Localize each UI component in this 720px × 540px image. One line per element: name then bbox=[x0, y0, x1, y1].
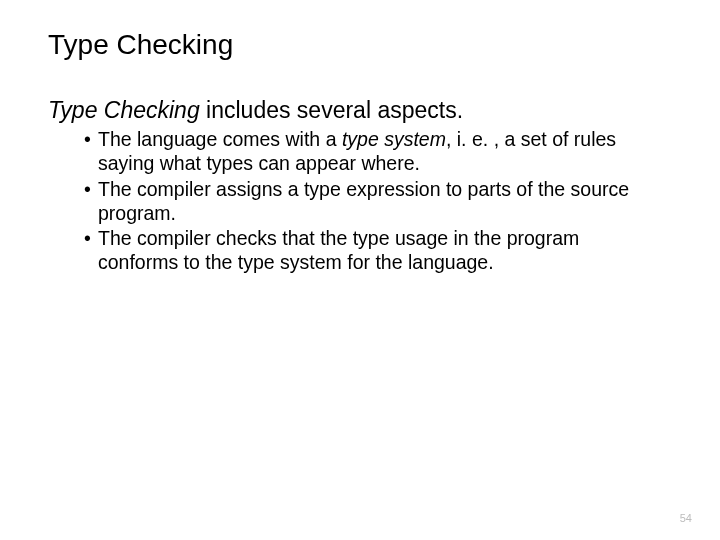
slide: Type Checking Type Checking includes sev… bbox=[0, 0, 720, 540]
lead-italic: Type Checking bbox=[48, 97, 200, 123]
list-item: The compiler checks that the type usage … bbox=[84, 227, 664, 275]
bullet-list: The language comes with a type system, i… bbox=[48, 128, 672, 275]
list-item: The compiler assigns a type expression t… bbox=[84, 178, 664, 226]
bullet-em: type system bbox=[342, 128, 446, 150]
bullet-pre: The compiler checks that the type usage … bbox=[98, 227, 579, 273]
lead-rest: includes several aspects. bbox=[200, 97, 463, 123]
page-number: 54 bbox=[680, 512, 692, 524]
lead-line: Type Checking includes several aspects. bbox=[48, 96, 672, 125]
bullet-pre: The language comes with a bbox=[98, 128, 342, 150]
slide-title: Type Checking bbox=[48, 28, 672, 62]
bullet-pre: The compiler assigns a type expression t… bbox=[98, 178, 629, 224]
list-item: The language comes with a type system, i… bbox=[84, 128, 664, 176]
